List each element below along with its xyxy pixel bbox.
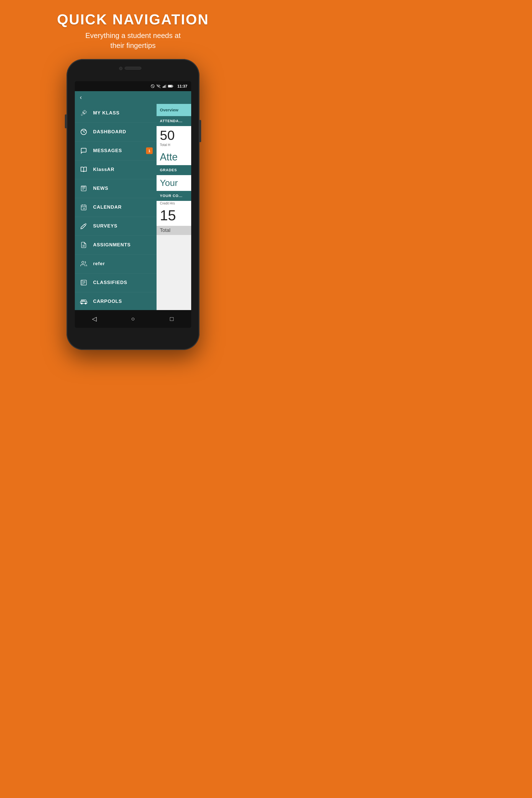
nav-menu: MY KLASS DASHBOARD: [75, 104, 156, 310]
back-nav-button[interactable]: ◁: [89, 314, 100, 324]
signal-icon: [163, 84, 166, 88]
attendance-label: ATTENDA...: [160, 119, 183, 123]
svg-rect-4: [165, 85, 165, 88]
nav-item-calendar[interactable]: 10 CALENDAR: [75, 198, 156, 217]
people-icon: [79, 259, 88, 268]
status-icons: 11:37: [151, 84, 187, 89]
svg-point-30: [81, 303, 82, 304]
nav-item-news[interactable]: NEWS NEWS: [75, 179, 156, 198]
grades-label: GRADES: [160, 168, 177, 172]
nav-item-assignments[interactable]: ASSIGNMENTS: [75, 236, 156, 255]
split-view: MY KLASS DASHBOARD: [75, 104, 191, 310]
phone-volume-button: [65, 114, 66, 128]
document-icon: [79, 241, 88, 249]
phone-bottom-bar: ◁ ○ □: [75, 310, 191, 328]
svg-line-1: [152, 85, 154, 87]
attendance-total-label: Total H: [160, 143, 188, 147]
attendance-stat: 50 Total H: [156, 126, 191, 149]
nav-item-dashboard[interactable]: DASHBOARD: [75, 123, 156, 141]
nav-label-assignments: ASSIGNMENTS: [93, 242, 131, 248]
phone-shell: 11:37 ‹: [66, 59, 200, 350]
overview-tab[interactable]: Overview: [156, 104, 191, 116]
nav-label-messages: MESSAGES: [93, 148, 122, 153]
message-icon: [79, 146, 88, 155]
nav-item-classifieds[interactable]: CLASSIFIEDS: [75, 273, 156, 292]
nav-label-klassar: KlassAR: [93, 167, 114, 172]
svg-point-24: [82, 261, 84, 264]
nav-label-classifieds: CLASSIFIEDS: [93, 280, 127, 285]
nav-label-carpools: CARPOOLS: [93, 299, 122, 304]
nav-item-klassar[interactable]: KlassAR: [75, 160, 156, 179]
screen-content: ‹ MY KLASS: [75, 91, 191, 310]
phone-speaker: [125, 67, 141, 70]
book-icon: [79, 165, 88, 174]
credit-hrs-label: Credit Hrs: [156, 201, 191, 206]
pencil-icon: [79, 222, 88, 230]
page-header: QUICK NAVIGATION Everything a student ne…: [52, 0, 215, 59]
recent-nav-button[interactable]: □: [166, 314, 177, 324]
svg-rect-8: [169, 85, 172, 87]
nav-label-surveys: SURVEYS: [93, 223, 117, 229]
classifieds-icon: [79, 278, 88, 287]
svg-rect-2: [163, 87, 163, 88]
car-icon: [79, 297, 88, 306]
grades-section-header: GRADES: [156, 165, 191, 175]
svg-text:10: 10: [83, 208, 85, 209]
attendance-section-header: ATTENDA...: [156, 116, 191, 126]
nav-label-my-klass: MY KLASS: [93, 110, 120, 116]
dashboard-icon: [79, 128, 88, 136]
news-icon: NEWS: [79, 184, 88, 193]
overview-tab-label: Overview: [160, 108, 178, 112]
nav-label-calendar: CALENDAR: [93, 205, 122, 210]
courses-label: YOUR CO...: [160, 194, 183, 198]
nav-label-dashboard: DASHBOARD: [93, 129, 126, 135]
svg-line-21: [86, 223, 87, 225]
grades-value: Your: [156, 175, 191, 191]
nav-label-refer: refer: [93, 261, 105, 267]
courses-section-header: YOUR CO...: [156, 191, 191, 201]
svg-rect-7: [173, 86, 173, 87]
battery-icon: [168, 84, 173, 88]
page-title: QUICK NAVIGATION: [57, 11, 209, 28]
wrench-icon: [79, 109, 88, 117]
page-subtitle: Everything a student needs attheir finge…: [57, 31, 209, 51]
svg-text:NEWS: NEWS: [81, 186, 86, 188]
svg-rect-33: [83, 300, 84, 302]
nav-label-news: NEWS: [93, 186, 108, 191]
nav-item-refer[interactable]: refer: [75, 255, 156, 273]
back-button[interactable]: ‹: [80, 94, 82, 101]
status-time: 11:37: [177, 84, 187, 89]
attendance-status: Atte: [156, 149, 191, 165]
attendance-number: 50: [160, 128, 188, 143]
nav-item-messages[interactable]: MESSAGES 1: [75, 141, 156, 160]
svg-rect-3: [164, 86, 164, 88]
total-label: Total: [156, 226, 191, 235]
messages-badge: 1: [146, 147, 153, 154]
phone-camera: [119, 67, 122, 70]
phone-power-button: [200, 120, 201, 142]
nav-item-my-klass[interactable]: MY KLASS: [75, 104, 156, 123]
svg-point-31: [85, 303, 87, 304]
back-row: ‹: [75, 91, 191, 104]
svg-rect-32: [81, 300, 82, 302]
status-bar: 11:37: [75, 81, 191, 91]
overview-panel: Overview ATTENDA... 50 Total H Atte GRAD…: [156, 104, 191, 310]
home-nav-button[interactable]: ○: [128, 314, 138, 324]
calendar-icon: 10: [79, 203, 88, 212]
svg-rect-5: [166, 84, 166, 88]
circle-slash-icon: [151, 84, 155, 88]
phone-screen: 11:37 ‹: [75, 81, 191, 328]
wifi-icon: [156, 84, 161, 88]
nav-item-carpools[interactable]: CARPOOLS: [75, 292, 156, 310]
nav-item-surveys[interactable]: SURVEYS: [75, 217, 156, 236]
credit-hrs-number: 15: [156, 206, 191, 226]
